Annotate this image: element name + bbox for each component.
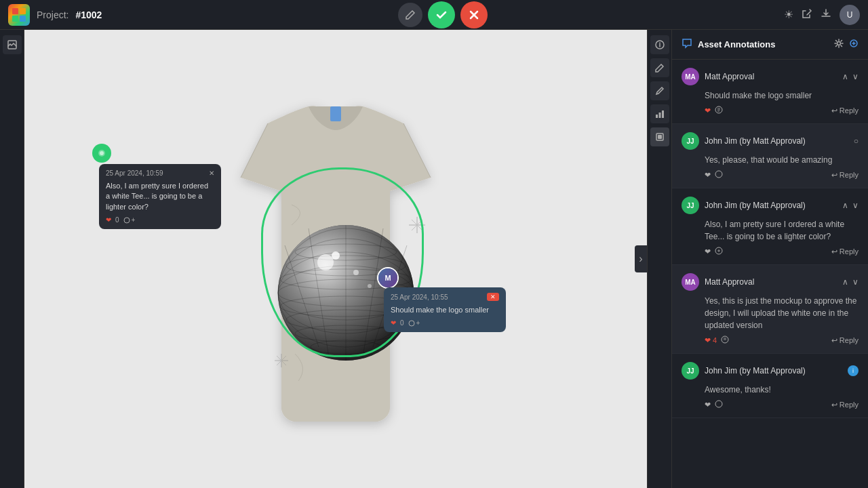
tshirt-mockup: [173, 69, 498, 449]
ann-chevron-down-3[interactable]: ∨: [852, 201, 859, 210]
tool-draw[interactable]: [650, 81, 669, 100]
ann-reactions-5: ❤: [705, 400, 723, 409]
ann-chevron-up-3[interactable]: ∧: [842, 201, 848, 210]
download-icon[interactable]: [821, 8, 831, 22]
ann-reactions-4: ❤ 4: [705, 336, 729, 345]
ann-avatar-5: JJ: [682, 362, 699, 380]
tool-edit[interactable]: [650, 58, 669, 77]
ann-reactions-1: ❤: [705, 106, 723, 115]
cancel-button[interactable]: [460, 1, 488, 28]
annotation-marker-green[interactable]: [92, 144, 111, 163]
ann-footer-3: ❤ ↩ Reply: [705, 247, 859, 256]
right-tools: [647, 30, 671, 488]
ann-item-header-2: JJ John Jim (by Matt Approval) ○: [682, 132, 859, 150]
annotation-reactions-blue: ❤ 0 +: [391, 319, 499, 327]
svg-point-47: [837, 42, 841, 45]
annotation-item-3: JJ John Jim (by Matt Approval) ∧ ∨ Also,…: [672, 188, 868, 265]
ann-item-header-5: JJ John Jim (by Matt Approval) i: [682, 362, 859, 380]
tool-chart[interactable]: [650, 104, 669, 123]
ann-username-4: Matt Approval: [705, 277, 754, 287]
svg-rect-0: [12, 8, 18, 14]
ann-username-5: John Jim (by Matt Approval): [705, 366, 806, 375]
svg-rect-5: [330, 106, 341, 121]
ann-item-header-4: MA Matt Approval ∧ ∨: [682, 273, 859, 291]
topbar-right: ☀ U: [784, 5, 860, 25]
ann-chevron-up-4[interactable]: ∧: [842, 277, 848, 287]
canvas-area[interactable]: 25 Apr 2024, 10:59 ✕ Also, I am pretty s…: [24, 30, 647, 488]
reply-btn-2[interactable]: ↩ Reply: [831, 171, 859, 180]
ann-message-1: Should make the logo smaller: [705, 89, 859, 102]
ann-avatar-3: JJ: [682, 197, 699, 214]
svg-point-28: [368, 284, 372, 288]
annotation-blue[interactable]: M 25 Apr 2024, 10:55 ✕ Should make the l…: [377, 267, 399, 289]
user-avatar[interactable]: U: [840, 5, 860, 25]
reply-btn-1[interactable]: ↩ Reply: [831, 106, 859, 115]
panel-title-icon: [682, 38, 692, 51]
ann-item-header-3: JJ John Jim (by Matt Approval) ∧ ∨: [682, 197, 859, 214]
ann-reactions-2: ❤: [705, 170, 723, 180]
project-id: #1002: [75, 9, 102, 20]
sidebar-image-icon[interactable]: [3, 35, 22, 54]
svg-point-26: [332, 251, 340, 260]
ann-reactions-3: ❤: [705, 247, 723, 256]
heart-icon-3[interactable]: ❤: [705, 247, 711, 256]
reply-btn-5[interactable]: ↩ Reply: [831, 401, 859, 409]
sun-icon[interactable]: ☀: [784, 8, 793, 21]
annotation-text-blue: Should make the logo smaller: [391, 305, 499, 315]
heart-icon-4[interactable]: ❤ 4: [705, 336, 717, 345]
heart-icon-2[interactable]: ❤: [705, 171, 711, 180]
svg-rect-2: [12, 16, 18, 22]
app-logo[interactable]: [8, 4, 30, 26]
ann-circle-2[interactable]: ○: [854, 136, 859, 146]
ann-info-badge-5: i: [848, 365, 859, 376]
ann-controls-3: ∧ ∨: [842, 201, 859, 210]
annotation-reactions-green: ❤ 0 +: [106, 216, 214, 224]
pencil-button[interactable]: [398, 3, 422, 27]
annotation-green[interactable]: 25 Apr 2024, 10:59 ✕ Also, I am pretty s…: [92, 144, 111, 163]
ann-username-1: Matt Approval: [705, 72, 754, 81]
ann-avatar-2: JJ: [682, 132, 699, 150]
ann-chevron-down-1[interactable]: ∨: [852, 72, 859, 81]
svg-point-25: [317, 254, 334, 270]
topbar-center: [398, 1, 488, 28]
project-label: Project:: [37, 9, 68, 20]
svg-rect-3: [20, 16, 26, 22]
ann-message-2: Yes, please, that would be amazing: [705, 154, 859, 166]
svg-point-53: [715, 401, 722, 407]
reply-btn-4[interactable]: ↩ Reply: [831, 336, 859, 345]
panel-title-row: Asset Annotations: [682, 38, 775, 51]
ann-controls-5: i: [848, 365, 859, 376]
share-icon[interactable]: [802, 8, 812, 22]
tool-layers[interactable]: [650, 127, 669, 146]
ann-footer-5: ❤ ↩ Reply: [705, 400, 859, 409]
svg-point-27: [353, 270, 359, 275]
ann-chevron-down-4[interactable]: ∨: [852, 277, 859, 287]
annotation-marker-blue[interactable]: M: [377, 267, 399, 289]
tool-info[interactable]: [650, 35, 669, 54]
comment-icon-4: [721, 336, 729, 345]
annotation-item-4: MA Matt Approval ∧ ∨ Yes, this is just t…: [672, 265, 868, 354]
panel-toggle-button[interactable]: ›: [635, 245, 647, 272]
ann-item-header-1: MA Matt Approval ∧ ∨: [682, 68, 859, 85]
topbar: Project: #1002 ☀: [0, 0, 868, 30]
confirm-button[interactable]: [428, 1, 455, 28]
ann-controls-1: ∧ ∨: [842, 72, 859, 81]
ann-chevron-up-1[interactable]: ∧: [842, 72, 848, 81]
reply-btn-3[interactable]: ↩ Reply: [831, 247, 859, 256]
ann-message-3: Also, I am pretty sure I ordered a white…: [705, 218, 859, 243]
ann-user-row-2: JJ John Jim (by Matt Approval): [682, 132, 806, 150]
panel-settings-icon[interactable]: [834, 39, 844, 50]
ann-avatar-1: MA: [682, 68, 699, 85]
annotation-text-green: Also, I am pretty sure I ordered a white…: [106, 181, 214, 212]
heart-icon-5[interactable]: ❤: [705, 401, 711, 409]
ann-user-row-3: JJ John Jim (by Matt Approval): [682, 197, 806, 214]
ann-footer-4: ❤ 4 ↩ Reply: [705, 336, 859, 345]
left-sidebar: [0, 30, 24, 488]
ann-user-row-1: MA Matt Approval: [682, 68, 754, 85]
panel-header: Asset Annotations: [672, 30, 868, 60]
annotation-popup-green: 25 Apr 2024, 10:59 ✕ Also, I am pretty s…: [99, 164, 221, 229]
svg-point-38: [100, 151, 104, 155]
annotation-timestamp-blue: 25 Apr 2024, 10:55 ✕: [391, 293, 499, 301]
panel-expand-icon[interactable]: [849, 39, 859, 50]
heart-icon-1[interactable]: ❤: [705, 106, 711, 115]
